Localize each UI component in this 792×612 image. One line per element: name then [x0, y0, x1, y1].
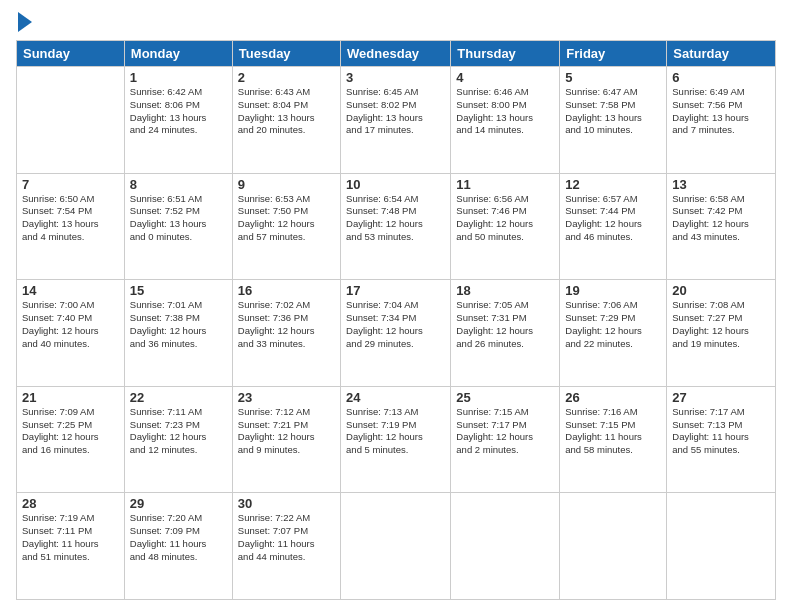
calendar-day-cell: 7Sunrise: 6:50 AM Sunset: 7:54 PM Daylig…: [17, 173, 125, 280]
calendar-day-cell: 18Sunrise: 7:05 AM Sunset: 7:31 PM Dayli…: [451, 280, 560, 387]
day-number: 13: [672, 177, 770, 192]
day-info: Sunrise: 7:09 AM Sunset: 7:25 PM Dayligh…: [22, 406, 119, 457]
calendar-day-cell: 30Sunrise: 7:22 AM Sunset: 7:07 PM Dayli…: [232, 493, 340, 600]
calendar-table: SundayMondayTuesdayWednesdayThursdayFrid…: [16, 40, 776, 600]
day-number: 14: [22, 283, 119, 298]
calendar-day-cell: 16Sunrise: 7:02 AM Sunset: 7:36 PM Dayli…: [232, 280, 340, 387]
calendar-day-cell: 1Sunrise: 6:42 AM Sunset: 8:06 PM Daylig…: [124, 67, 232, 174]
col-header-sunday: Sunday: [17, 41, 125, 67]
day-info: Sunrise: 7:19 AM Sunset: 7:11 PM Dayligh…: [22, 512, 119, 563]
day-number: 8: [130, 177, 227, 192]
calendar-day-cell: 19Sunrise: 7:06 AM Sunset: 7:29 PM Dayli…: [560, 280, 667, 387]
col-header-wednesday: Wednesday: [341, 41, 451, 67]
col-header-monday: Monday: [124, 41, 232, 67]
calendar-day-cell: 17Sunrise: 7:04 AM Sunset: 7:34 PM Dayli…: [341, 280, 451, 387]
day-number: 12: [565, 177, 661, 192]
col-header-saturday: Saturday: [667, 41, 776, 67]
calendar-day-cell: 4Sunrise: 6:46 AM Sunset: 8:00 PM Daylig…: [451, 67, 560, 174]
calendar-week-row: 21Sunrise: 7:09 AM Sunset: 7:25 PM Dayli…: [17, 386, 776, 493]
day-number: 9: [238, 177, 335, 192]
calendar-day-cell: 27Sunrise: 7:17 AM Sunset: 7:13 PM Dayli…: [667, 386, 776, 493]
day-number: 10: [346, 177, 445, 192]
day-info: Sunrise: 7:22 AM Sunset: 7:07 PM Dayligh…: [238, 512, 335, 563]
header: [16, 12, 776, 32]
day-number: 5: [565, 70, 661, 85]
calendar-week-row: 1Sunrise: 6:42 AM Sunset: 8:06 PM Daylig…: [17, 67, 776, 174]
calendar-day-cell: 15Sunrise: 7:01 AM Sunset: 7:38 PM Dayli…: [124, 280, 232, 387]
calendar-day-cell: 6Sunrise: 6:49 AM Sunset: 7:56 PM Daylig…: [667, 67, 776, 174]
day-info: Sunrise: 7:17 AM Sunset: 7:13 PM Dayligh…: [672, 406, 770, 457]
day-info: Sunrise: 6:43 AM Sunset: 8:04 PM Dayligh…: [238, 86, 335, 137]
calendar-day-cell: 23Sunrise: 7:12 AM Sunset: 7:21 PM Dayli…: [232, 386, 340, 493]
calendar-week-row: 7Sunrise: 6:50 AM Sunset: 7:54 PM Daylig…: [17, 173, 776, 280]
empty-cell: [451, 493, 560, 600]
day-number: 27: [672, 390, 770, 405]
logo: [16, 12, 32, 32]
day-number: 29: [130, 496, 227, 511]
logo-text: [16, 12, 32, 32]
day-number: 22: [130, 390, 227, 405]
empty-cell: [560, 493, 667, 600]
day-info: Sunrise: 6:50 AM Sunset: 7:54 PM Dayligh…: [22, 193, 119, 244]
day-info: Sunrise: 6:47 AM Sunset: 7:58 PM Dayligh…: [565, 86, 661, 137]
logo-arrow-icon: [18, 12, 32, 32]
day-info: Sunrise: 6:54 AM Sunset: 7:48 PM Dayligh…: [346, 193, 445, 244]
calendar-day-cell: 24Sunrise: 7:13 AM Sunset: 7:19 PM Dayli…: [341, 386, 451, 493]
calendar-day-cell: 28Sunrise: 7:19 AM Sunset: 7:11 PM Dayli…: [17, 493, 125, 600]
day-info: Sunrise: 6:51 AM Sunset: 7:52 PM Dayligh…: [130, 193, 227, 244]
day-info: Sunrise: 6:56 AM Sunset: 7:46 PM Dayligh…: [456, 193, 554, 244]
calendar-day-cell: 11Sunrise: 6:56 AM Sunset: 7:46 PM Dayli…: [451, 173, 560, 280]
day-number: 15: [130, 283, 227, 298]
day-number: 7: [22, 177, 119, 192]
day-info: Sunrise: 6:42 AM Sunset: 8:06 PM Dayligh…: [130, 86, 227, 137]
day-number: 23: [238, 390, 335, 405]
day-info: Sunrise: 7:04 AM Sunset: 7:34 PM Dayligh…: [346, 299, 445, 350]
day-info: Sunrise: 7:16 AM Sunset: 7:15 PM Dayligh…: [565, 406, 661, 457]
day-number: 17: [346, 283, 445, 298]
day-info: Sunrise: 7:00 AM Sunset: 7:40 PM Dayligh…: [22, 299, 119, 350]
day-info: Sunrise: 6:46 AM Sunset: 8:00 PM Dayligh…: [456, 86, 554, 137]
col-header-thursday: Thursday: [451, 41, 560, 67]
empty-cell: [17, 67, 125, 174]
day-number: 16: [238, 283, 335, 298]
day-info: Sunrise: 6:49 AM Sunset: 7:56 PM Dayligh…: [672, 86, 770, 137]
calendar-week-row: 28Sunrise: 7:19 AM Sunset: 7:11 PM Dayli…: [17, 493, 776, 600]
day-info: Sunrise: 6:58 AM Sunset: 7:42 PM Dayligh…: [672, 193, 770, 244]
day-info: Sunrise: 7:11 AM Sunset: 7:23 PM Dayligh…: [130, 406, 227, 457]
day-info: Sunrise: 6:45 AM Sunset: 8:02 PM Dayligh…: [346, 86, 445, 137]
calendar-day-cell: 10Sunrise: 6:54 AM Sunset: 7:48 PM Dayli…: [341, 173, 451, 280]
day-info: Sunrise: 7:15 AM Sunset: 7:17 PM Dayligh…: [456, 406, 554, 457]
calendar-header-row: SundayMondayTuesdayWednesdayThursdayFrid…: [17, 41, 776, 67]
day-info: Sunrise: 7:02 AM Sunset: 7:36 PM Dayligh…: [238, 299, 335, 350]
calendar-day-cell: 8Sunrise: 6:51 AM Sunset: 7:52 PM Daylig…: [124, 173, 232, 280]
calendar-day-cell: 20Sunrise: 7:08 AM Sunset: 7:27 PM Dayli…: [667, 280, 776, 387]
day-info: Sunrise: 7:20 AM Sunset: 7:09 PM Dayligh…: [130, 512, 227, 563]
calendar-day-cell: 9Sunrise: 6:53 AM Sunset: 7:50 PM Daylig…: [232, 173, 340, 280]
day-info: Sunrise: 7:13 AM Sunset: 7:19 PM Dayligh…: [346, 406, 445, 457]
day-info: Sunrise: 7:12 AM Sunset: 7:21 PM Dayligh…: [238, 406, 335, 457]
day-info: Sunrise: 7:08 AM Sunset: 7:27 PM Dayligh…: [672, 299, 770, 350]
day-number: 20: [672, 283, 770, 298]
day-number: 24: [346, 390, 445, 405]
calendar-week-row: 14Sunrise: 7:00 AM Sunset: 7:40 PM Dayli…: [17, 280, 776, 387]
day-number: 25: [456, 390, 554, 405]
calendar-day-cell: 26Sunrise: 7:16 AM Sunset: 7:15 PM Dayli…: [560, 386, 667, 493]
day-number: 3: [346, 70, 445, 85]
col-header-tuesday: Tuesday: [232, 41, 340, 67]
day-info: Sunrise: 6:57 AM Sunset: 7:44 PM Dayligh…: [565, 193, 661, 244]
calendar-day-cell: 21Sunrise: 7:09 AM Sunset: 7:25 PM Dayli…: [17, 386, 125, 493]
calendar-day-cell: 5Sunrise: 6:47 AM Sunset: 7:58 PM Daylig…: [560, 67, 667, 174]
calendar-day-cell: 3Sunrise: 6:45 AM Sunset: 8:02 PM Daylig…: [341, 67, 451, 174]
day-info: Sunrise: 7:06 AM Sunset: 7:29 PM Dayligh…: [565, 299, 661, 350]
day-number: 11: [456, 177, 554, 192]
page: SundayMondayTuesdayWednesdayThursdayFrid…: [0, 0, 792, 612]
day-number: 19: [565, 283, 661, 298]
day-info: Sunrise: 7:01 AM Sunset: 7:38 PM Dayligh…: [130, 299, 227, 350]
day-number: 1: [130, 70, 227, 85]
calendar-day-cell: 14Sunrise: 7:00 AM Sunset: 7:40 PM Dayli…: [17, 280, 125, 387]
day-number: 18: [456, 283, 554, 298]
day-info: Sunrise: 6:53 AM Sunset: 7:50 PM Dayligh…: [238, 193, 335, 244]
calendar-day-cell: 2Sunrise: 6:43 AM Sunset: 8:04 PM Daylig…: [232, 67, 340, 174]
calendar-day-cell: 13Sunrise: 6:58 AM Sunset: 7:42 PM Dayli…: [667, 173, 776, 280]
empty-cell: [667, 493, 776, 600]
